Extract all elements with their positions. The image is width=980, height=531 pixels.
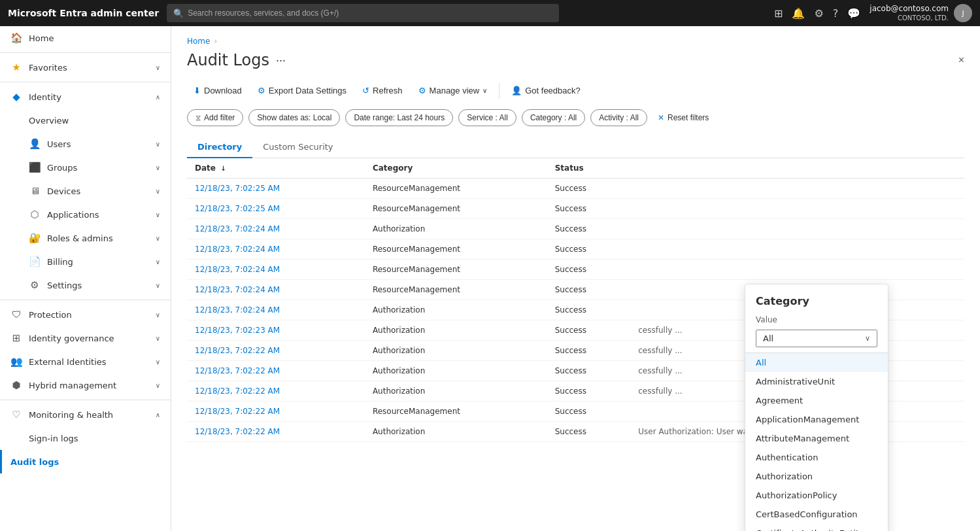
activity-filter[interactable]: Activity : All: [590, 109, 647, 126]
row-status: Success: [547, 381, 631, 402]
category-filter[interactable]: Category : All: [522, 109, 585, 126]
user-name: jacob@contoso.com CONTOSO, LTD.: [870, 4, 949, 23]
row-date-link[interactable]: 12/18/23, 7:02:24 AM: [195, 224, 280, 233]
user-info[interactable]: jacob@contoso.com CONTOSO, LTD. J: [870, 4, 972, 23]
row-activity: [630, 219, 964, 239]
sidebar-label-identity: Identity: [29, 92, 61, 102]
service-filter[interactable]: Service : All: [458, 109, 516, 126]
row-date-link[interactable]: 12/18/23, 7:02:24 AM: [195, 245, 280, 254]
notifications-icon[interactable]: 🔔: [792, 7, 805, 20]
sort-icon: ↓: [220, 165, 226, 172]
sidebar-item-groups[interactable]: ⬛ Groups ∨: [0, 156, 171, 179]
help-icon[interactable]: ?: [833, 7, 839, 20]
avatar[interactable]: J: [954, 4, 972, 22]
identity-icon: ◆: [10, 91, 22, 103]
row-date-link[interactable]: 12/18/23, 7:02:23 AM: [195, 326, 280, 335]
manage-view-button[interactable]: ⚙ Manage view ∨: [412, 82, 494, 99]
settings-icon[interactable]: ⚙: [814, 7, 823, 20]
row-category: ResourceManagement: [365, 239, 547, 260]
dropdown-list-item[interactable]: All: [745, 353, 888, 372]
more-options-button[interactable]: ···: [276, 54, 286, 67]
table-row[interactable]: 12/18/23, 7:02:24 AMAuthorizationSuccess: [187, 219, 964, 239]
dropdown-list-item[interactable]: CertificateAuthorityEntity: [745, 524, 888, 531]
export-data-settings-button[interactable]: ⚙ Export Data Settings: [251, 82, 353, 99]
chevron-up-icon: ∧: [156, 94, 160, 101]
col-header-category[interactable]: Category: [365, 158, 547, 179]
sidebar-item-protection[interactable]: 🛡 Protection ∨: [0, 303, 171, 326]
row-category: Authorization: [365, 381, 547, 402]
row-date-link[interactable]: 12/18/23, 7:02:22 AM: [195, 407, 280, 416]
dropdown-selected-value: All: [763, 334, 773, 343]
row-date-link[interactable]: 12/18/23, 7:02:25 AM: [195, 204, 280, 213]
sidebar-item-overview[interactable]: Overview: [0, 109, 171, 132]
sidebar-item-monitoring[interactable]: ♡ Monitoring & health ∧: [0, 403, 171, 426]
row-date-link[interactable]: 12/18/23, 7:02:24 AM: [195, 265, 280, 274]
row-category: ResourceManagement: [365, 260, 547, 280]
sidebar-item-home[interactable]: 🏠 Home: [0, 26, 171, 50]
col-header-status[interactable]: Status: [547, 158, 631, 179]
row-status: Success: [547, 300, 631, 320]
add-filter-button[interactable]: ⧖ Add filter: [187, 109, 243, 126]
row-date-link[interactable]: 12/18/23, 7:02:22 AM: [195, 427, 280, 436]
tab-directory[interactable]: Directory: [187, 137, 252, 158]
row-category: ResourceManagement: [365, 199, 547, 219]
sidebar-item-audit-logs[interactable]: Audit logs: [0, 450, 171, 473]
date-range-filter[interactable]: Date range: Last 24 hours: [345, 109, 453, 126]
download-button[interactable]: ⬇ Download: [187, 82, 248, 99]
sidebar-item-identity-governance[interactable]: ⊞ Identity governance ∨: [0, 326, 171, 350]
feedback-icon: 👤: [511, 86, 522, 95]
row-date-link[interactable]: 12/18/23, 7:02:24 AM: [195, 305, 280, 315]
sidebar-item-billing[interactable]: 📄 Billing ∨: [0, 250, 171, 273]
sidebar-item-hybrid[interactable]: ⬢ Hybrid management ∨: [0, 373, 171, 397]
col-header-date[interactable]: Date ↓: [187, 158, 365, 179]
table-row[interactable]: 12/18/23, 7:02:24 AMResourceManagementSu…: [187, 260, 964, 280]
sidebar-item-sign-in-logs[interactable]: Sign-in logs: [0, 426, 171, 450]
dropdown-list-item[interactable]: CertBasedConfiguration: [745, 505, 888, 524]
dropdown-list-item[interactable]: Authorization: [745, 467, 888, 486]
sidebar-item-roles-admins[interactable]: 🔐 Roles & admins ∨: [0, 226, 171, 250]
sidebar-item-devices[interactable]: 🖥 Devices ∨: [0, 179, 171, 203]
dropdown-list-item[interactable]: ApplicationManagement: [745, 410, 888, 429]
dropdown-list-item[interactable]: AttributeManagement: [745, 429, 888, 448]
sidebar-item-identity[interactable]: ◆ Identity ∧: [0, 85, 171, 109]
close-button[interactable]: ×: [958, 54, 964, 66]
row-category: Authorization: [365, 361, 547, 381]
table-row[interactable]: 12/18/23, 7:02:25 AMResourceManagementSu…: [187, 179, 964, 199]
chevron-down-icon: ∨: [156, 235, 160, 242]
sidebar-item-external-identities[interactable]: 👥 External Identities ∨: [0, 350, 171, 373]
search-input[interactable]: [188, 9, 552, 18]
search-bar[interactable]: 🔍: [167, 4, 559, 22]
table-row[interactable]: 12/18/23, 7:02:25 AMResourceManagementSu…: [187, 199, 964, 219]
reset-filters-button[interactable]: ✕ Reset filters: [652, 110, 714, 126]
sidebar-item-settings[interactable]: ⚙ Settings ∨: [0, 273, 171, 297]
row-activity: [630, 199, 964, 219]
row-status: Success: [547, 402, 631, 422]
portal-icon[interactable]: ⊞: [774, 7, 783, 20]
dropdown-list: AllAdministrativeUnitAgreementApplicatio…: [745, 352, 888, 531]
dropdown-list-item[interactable]: AdministrativeUnit: [745, 372, 888, 391]
refresh-button[interactable]: ↺ Refresh: [356, 82, 409, 99]
sidebar-item-applications[interactable]: ⬡ Applications ∨: [0, 203, 171, 226]
dropdown-list-item[interactable]: Agreement: [745, 391, 888, 410]
billing-icon: 📄: [29, 256, 41, 267]
feedback-icon[interactable]: 💬: [847, 7, 860, 20]
tab-custom-security[interactable]: Custom Security: [252, 137, 343, 158]
breadcrumb-home[interactable]: Home: [187, 37, 210, 46]
sidebar-item-favorites[interactable]: ★ Favorites ∨: [0, 56, 171, 79]
row-activity: [630, 239, 964, 260]
chevron-down-icon: ∨: [156, 164, 160, 171]
dropdown-list-item[interactable]: Authentication: [745, 448, 888, 467]
row-date-link[interactable]: 12/18/23, 7:02:22 AM: [195, 366, 280, 375]
show-dates-filter[interactable]: Show dates as: Local: [248, 109, 340, 126]
dropdown-select-control[interactable]: All ∨: [756, 330, 877, 347]
feedback-button[interactable]: 👤 Got feedback?: [505, 82, 587, 99]
table-row[interactable]: 12/18/23, 7:02:24 AMResourceManagementSu…: [187, 239, 964, 260]
roles-icon: 🔐: [29, 232, 41, 244]
row-date-link[interactable]: 12/18/23, 7:02:22 AM: [195, 386, 280, 396]
row-date-link[interactable]: 12/18/23, 7:02:24 AM: [195, 285, 280, 294]
dropdown-list-item[interactable]: AuthorizationPolicy: [745, 486, 888, 505]
row-date-link[interactable]: 12/18/23, 7:02:22 AM: [195, 346, 280, 355]
row-date-link[interactable]: 12/18/23, 7:02:25 AM: [195, 184, 280, 193]
monitoring-icon: ♡: [10, 409, 22, 420]
sidebar-item-users[interactable]: 👤 Users ∨: [0, 132, 171, 156]
